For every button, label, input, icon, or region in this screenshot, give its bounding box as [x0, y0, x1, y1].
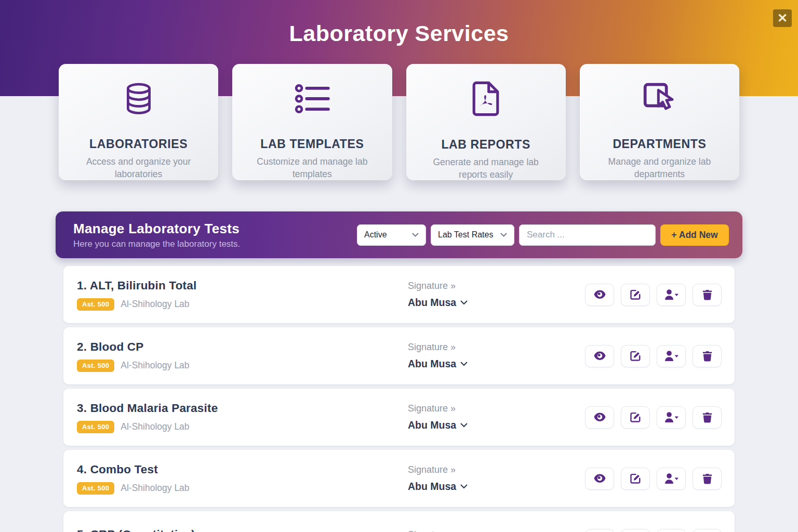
trash-icon	[702, 350, 713, 362]
test-name: 1. ALT, Bilirubin Total	[77, 279, 408, 292]
edit-icon	[630, 350, 641, 362]
chevron-down-icon	[460, 484, 468, 489]
eye-icon	[593, 473, 606, 484]
price-badge: Ast. 500	[77, 421, 114, 433]
test-row: 4. Combo Test Ast. 500 Al-Shihology Lab …	[63, 450, 735, 507]
user-caret-icon	[664, 350, 679, 362]
trash-icon	[702, 411, 713, 423]
card-lab-templates[interactable]: LAB TEMPLATES Customize and manage lab t…	[232, 64, 392, 180]
card-subtitle: Customize and manage lab templates	[247, 155, 377, 180]
signature-label: Signature »	[408, 342, 468, 353]
user-caret-icon	[664, 473, 679, 484]
edit-icon	[630, 411, 641, 423]
database-icon	[122, 81, 156, 116]
rate-filter-value: Lab Test Rates	[438, 230, 493, 240]
test-name: 2. Blood CP	[77, 340, 408, 354]
signature-label: Signature »	[408, 403, 468, 414]
chevron-down-icon	[500, 233, 507, 237]
delete-button[interactable]	[693, 345, 722, 367]
manage-tests-bar: Manage Laboratory Tests Here you can man…	[56, 211, 742, 258]
edit-button[interactable]	[621, 345, 650, 367]
test-name: 3. Blood Malaria Parasite	[77, 402, 408, 415]
close-button[interactable]: ✕	[773, 9, 792, 27]
signature-label: Signature »	[408, 529, 456, 532]
assign-user-button[interactable]	[657, 345, 686, 367]
card-subtitle: Generate and manage lab reports easily	[421, 156, 551, 181]
quick-access-cards: LABORATORIES Access and organize your la…	[59, 64, 739, 180]
delete-button[interactable]	[693, 468, 722, 490]
card-title: LAB TEMPLATES	[260, 137, 364, 151]
signatory-name: Abu Musa	[408, 481, 456, 493]
signatory-dropdown[interactable]: Abu Musa	[408, 297, 468, 309]
chevron-down-icon	[460, 362, 468, 366]
lab-tests-list: 1. ALT, Bilirubin Total Ast. 500 Al-Shih…	[63, 266, 735, 532]
card-subtitle: Access and organize your laboratories	[74, 155, 204, 180]
view-button[interactable]	[585, 406, 614, 429]
user-caret-icon	[664, 411, 679, 423]
edit-button[interactable]	[621, 529, 650, 532]
edit-icon	[630, 289, 641, 300]
page-title: Laboratory Services	[0, 0, 798, 46]
lab-name: Al-Shihology Lab	[121, 299, 189, 310]
manage-tests-subtitle: Here you can manage the laboratory tests…	[73, 239, 240, 249]
trash-icon	[702, 473, 713, 484]
view-button[interactable]	[585, 529, 614, 532]
assign-user-button[interactable]	[657, 529, 686, 532]
signatory-dropdown[interactable]: Abu Musa	[408, 358, 468, 370]
price-badge: Ast. 500	[77, 482, 114, 495]
lab-name: Al-Shihology Lab	[121, 360, 189, 371]
card-laboratories[interactable]: LABORATORIES Access and organize your la…	[59, 64, 218, 180]
card-title: DEPARTMENTS	[613, 137, 706, 151]
chevron-down-icon	[412, 233, 419, 237]
view-button[interactable]	[585, 345, 614, 367]
test-row: 2. Blood CP Ast. 500 Al-Shihology Lab Si…	[63, 327, 735, 384]
status-filter-value: Active	[364, 230, 387, 240]
add-new-button[interactable]: + Add New	[660, 224, 729, 246]
search-input[interactable]	[519, 224, 656, 246]
user-caret-icon	[664, 289, 679, 300]
signatory-dropdown[interactable]: Abu Musa	[408, 419, 468, 431]
assign-user-button[interactable]	[657, 406, 686, 429]
test-row: 1. ALT, Bilirubin Total Ast. 500 Al-Shih…	[63, 266, 735, 323]
status-filter-select[interactable]: Active	[357, 224, 426, 246]
test-row: 3. Blood Malaria Parasite Ast. 500 Al-Sh…	[63, 389, 735, 446]
signature-label: Signature »	[408, 464, 468, 475]
edit-button[interactable]	[621, 468, 650, 490]
edit-button[interactable]	[621, 406, 650, 429]
lab-name: Al-Shihology Lab	[121, 483, 189, 494]
signatory-name: Abu Musa	[408, 419, 456, 431]
card-title: LABORATORIES	[89, 137, 188, 151]
assign-user-button[interactable]	[657, 284, 686, 306]
delete-button[interactable]	[693, 529, 722, 532]
cursor-select-icon	[642, 81, 676, 116]
eye-icon	[593, 412, 606, 422]
price-badge: Ast. 500	[77, 298, 114, 311]
rate-filter-select[interactable]: Lab Test Rates	[431, 224, 514, 246]
card-subtitle: Manage and organize lab departments	[594, 155, 724, 180]
eye-icon	[593, 351, 606, 361]
signature-label: Signature »	[408, 281, 468, 291]
manage-tests-title: Manage Laboratory Tests	[73, 221, 240, 237]
trash-icon	[702, 289, 713, 300]
chevron-down-icon	[460, 300, 468, 305]
signatory-name: Abu Musa	[408, 358, 456, 370]
price-badge: Ast. 500	[77, 360, 114, 372]
edit-icon	[630, 473, 641, 484]
edit-button[interactable]	[621, 284, 650, 306]
chevron-down-icon	[460, 423, 468, 428]
card-departments[interactable]: DEPARTMENTS Manage and organize lab depa…	[580, 64, 739, 180]
signatory-name: Abu Musa	[408, 297, 456, 309]
card-lab-reports[interactable]: LAB REPORTS Generate and manage lab repo…	[406, 64, 566, 180]
view-button[interactable]	[585, 284, 614, 306]
lab-name: Al-Shihology Lab	[121, 421, 189, 432]
delete-button[interactable]	[693, 284, 722, 306]
card-title: LAB REPORTS	[441, 138, 530, 152]
list-icon	[294, 81, 330, 116]
view-button[interactable]	[585, 468, 614, 490]
assign-user-button[interactable]	[657, 468, 686, 490]
delete-button[interactable]	[693, 406, 722, 429]
eye-icon	[593, 289, 606, 300]
signatory-dropdown[interactable]: Abu Musa	[408, 481, 468, 493]
test-name: 5. CRP (Quantitative)	[77, 528, 408, 532]
test-name: 4. Combo Test	[77, 463, 408, 476]
